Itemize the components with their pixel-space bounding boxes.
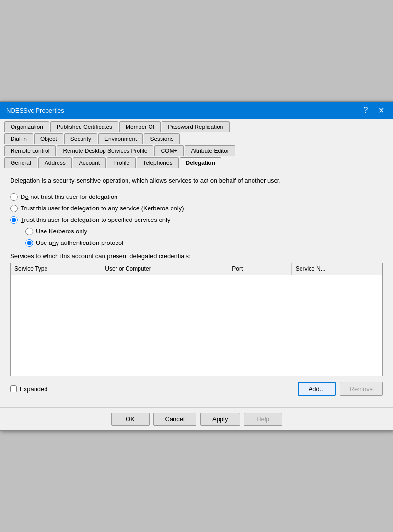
radio-no-trust[interactable]: Do not trust this user for delegation (10, 193, 383, 201)
radio-no-trust-input[interactable] (10, 193, 18, 201)
col-service-name: Service N... (292, 263, 382, 275)
tabs-container: Organization Published Certificates Memb… (0, 119, 393, 168)
tab-general[interactable]: General (4, 157, 37, 168)
title-bar-controls: ? ✕ (360, 104, 387, 116)
radio-kerberos-only-input[interactable] (25, 228, 33, 235)
dialog-title: NDESSvc Properties (6, 107, 64, 114)
table-header: Service Type User or Computer Port Servi… (11, 263, 382, 275)
apply-button[interactable]: Apply (200, 413, 240, 426)
radio-any-auth-input[interactable] (25, 239, 33, 247)
radio-trust-any-input[interactable] (10, 205, 18, 212)
radio-trust-any-label: Trust this user for delegation to any se… (21, 205, 184, 212)
radio-no-trust-label: Do not trust this user for delegation (21, 193, 117, 200)
radio-any-auth-label: Use any authentication protocol (36, 239, 123, 246)
tab-content: Delegation is a security-sensitive opera… (0, 168, 393, 407)
tab-attribute-editor[interactable]: Attribute Editor (185, 145, 235, 156)
expanded-checkbox[interactable] (10, 385, 17, 392)
action-buttons: Add... Remove (298, 382, 383, 396)
delegation-options: Do not trust this user for delegation Tr… (10, 193, 383, 224)
tab-address[interactable]: Address (38, 157, 72, 168)
radio-trust-any[interactable]: Trust this user for delegation to any se… (10, 205, 383, 212)
tab-row-3: Remote control Remote Desktop Services P… (4, 145, 389, 156)
tab-environment[interactable]: Environment (98, 133, 143, 144)
tab-row-4: General Address Account Profile Telephon… (4, 157, 389, 168)
tab-row-2: Dial-in Object Security Environment Sess… (4, 133, 389, 144)
tab-remote-control[interactable]: Remote control (4, 145, 56, 156)
help-button[interactable]: ? (360, 104, 371, 116)
ok-button[interactable]: OK (111, 413, 150, 426)
add-button[interactable]: Add... (298, 382, 336, 396)
title-bar-left: NDESSvc Properties (6, 107, 64, 114)
tab-password-replication[interactable]: Password Replication (162, 121, 229, 132)
title-bar: NDESSvc Properties ? ✕ (0, 102, 393, 119)
tab-profile[interactable]: Profile (107, 157, 136, 168)
remove-button[interactable]: Remove (340, 382, 383, 396)
dialog-window: NDESSvc Properties ? ✕ Organization Publ… (0, 101, 393, 431)
dialog-footer: OK Cancel Apply Help (0, 407, 393, 430)
sub-options: Use Kerberos only Use any authentication… (25, 228, 383, 247)
radio-trust-specified[interactable]: Trust this user for delegation to specif… (10, 216, 383, 224)
radio-any-auth[interactable]: Use any authentication protocol (25, 239, 383, 247)
radio-trust-specified-label: Trust this user for delegation to specif… (21, 216, 170, 223)
radio-kerberos-only-label: Use Kerberos only (36, 228, 87, 235)
tab-delegation[interactable]: Delegation (180, 157, 221, 168)
services-label: Services to which this account can prese… (10, 253, 383, 260)
expanded-label: Expanded (20, 385, 48, 393)
radio-trust-specified-input[interactable] (10, 216, 18, 224)
table-body[interactable] (11, 275, 382, 376)
tab-dial-in[interactable]: Dial-in (4, 133, 33, 144)
close-button[interactable]: ✕ (375, 104, 387, 116)
tab-published-certificates[interactable]: Published Certificates (50, 121, 118, 132)
services-table-wrapper: Service Type User or Computer Port Servi… (10, 263, 383, 376)
bottom-controls: Expanded Add... Remove (10, 382, 383, 396)
tab-object[interactable]: Object (34, 133, 63, 144)
col-port: Port (228, 263, 291, 275)
description-text: Delegation is a security-sensitive opera… (10, 176, 383, 185)
cancel-button[interactable]: Cancel (153, 413, 196, 426)
radio-kerberos-only[interactable]: Use Kerberos only (25, 228, 383, 235)
tab-telephones[interactable]: Telephones (137, 157, 178, 168)
col-user-or-computer: User or Computer (101, 263, 228, 275)
tab-remote-desktop[interactable]: Remote Desktop Services Profile (57, 145, 153, 156)
tab-member-of[interactable]: Member Of (119, 121, 161, 132)
tab-com-plus[interactable]: COM+ (154, 145, 184, 156)
tab-sessions[interactable]: Sessions (144, 133, 180, 144)
help-footer-button[interactable]: Help (244, 413, 282, 426)
tab-row-1: Organization Published Certificates Memb… (4, 121, 389, 132)
expanded-checkbox-item[interactable]: Expanded (10, 385, 48, 393)
col-service-type: Service Type (11, 263, 101, 275)
tab-security[interactable]: Security (64, 133, 97, 144)
tab-account[interactable]: Account (73, 157, 106, 168)
tab-organization[interactable]: Organization (4, 121, 49, 132)
